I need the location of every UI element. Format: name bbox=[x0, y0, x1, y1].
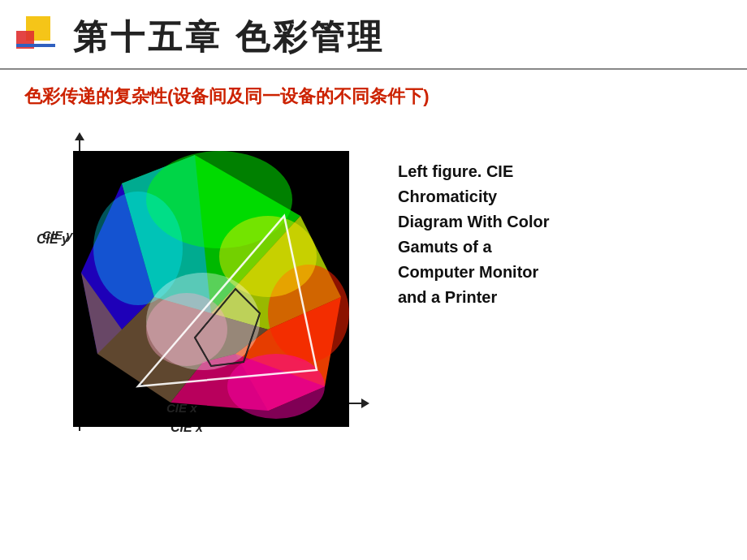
desc-line3: Diagram With Color bbox=[398, 213, 550, 230]
x-axis-label-text: CIE x bbox=[166, 401, 197, 415]
desc-line2: Chromaticity bbox=[398, 187, 497, 205]
page-title: 第十五章 色彩管理 bbox=[73, 15, 385, 60]
cie-canvas bbox=[73, 151, 349, 427]
desc-line1: Left figure. CIE bbox=[398, 162, 513, 180]
subtitle: 色彩传递的复杂性(设备间及同一设备的不同条件下) bbox=[0, 70, 747, 118]
logo-icon bbox=[16, 16, 58, 58]
slide: 第十五章 色彩管理 色彩传递的复杂性(设备间及同一设备的不同条件下) CIE y… bbox=[0, 0, 747, 560]
description-panel: Left figure. CIE Chromaticity Diagram Wi… bbox=[374, 127, 723, 318]
blue-line bbox=[16, 44, 55, 47]
header: 第十五章 色彩管理 bbox=[0, 0, 747, 70]
desc-line6: and a Printer bbox=[398, 288, 497, 306]
desc-line5: Computer Monitor bbox=[398, 263, 538, 281]
content: CIE y CIE x bbox=[0, 118, 747, 451]
svg-point-12 bbox=[227, 354, 325, 419]
cie-diagram-container: CIE y CIE x bbox=[24, 127, 374, 443]
desc-line4: Gamuts of a bbox=[398, 238, 492, 256]
y-axis-label-text: CIE y bbox=[42, 228, 73, 242]
cie-diagram: CIE y CIE x bbox=[41, 127, 357, 443]
